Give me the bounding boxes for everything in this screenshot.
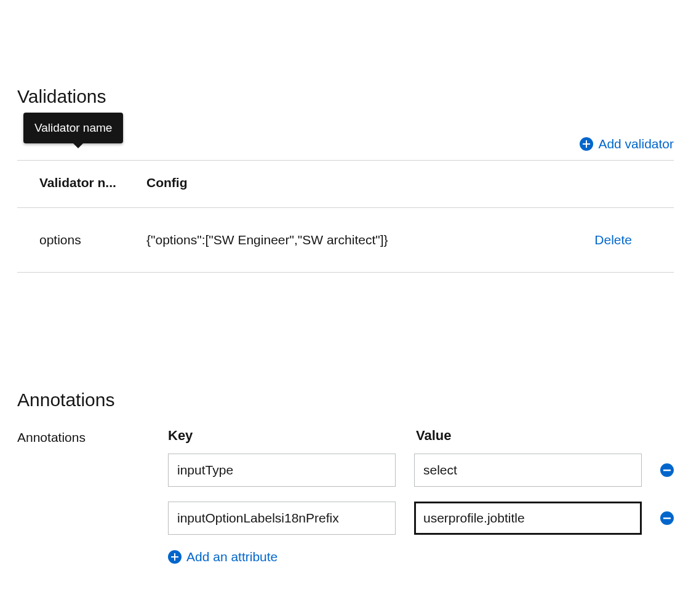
plus-circle-icon bbox=[580, 137, 593, 151]
svg-rect-0 bbox=[663, 470, 671, 471]
validator-name-cell: options bbox=[17, 208, 146, 273]
add-validator-button[interactable]: Add validator bbox=[580, 137, 674, 151]
remove-annotation-button[interactable] bbox=[660, 463, 674, 477]
annotations-key-header: Key bbox=[168, 428, 396, 444]
annotations-value-header: Value bbox=[416, 428, 644, 444]
svg-rect-1 bbox=[663, 518, 671, 519]
annotation-value-input[interactable] bbox=[414, 502, 642, 535]
validator-config-cell: {"options":["SW Engineer","SW architect"… bbox=[146, 208, 563, 273]
annotation-row bbox=[168, 454, 674, 487]
minus-circle-icon bbox=[660, 463, 674, 477]
table-row: options {"options":["SW Engineer","SW ar… bbox=[17, 208, 674, 273]
validators-table: Validator n... Config options {"options"… bbox=[17, 161, 674, 273]
remove-annotation-button[interactable] bbox=[660, 511, 674, 525]
tooltip-text: Validator name bbox=[34, 121, 112, 134]
annotation-key-input[interactable] bbox=[168, 454, 396, 487]
add-attribute-button[interactable]: Add an attribute bbox=[168, 550, 278, 564]
annotations-label: Annotations bbox=[17, 428, 168, 445]
validations-heading: Validations bbox=[17, 86, 674, 107]
annotation-value-input[interactable] bbox=[414, 454, 642, 487]
annotation-key-input[interactable] bbox=[168, 502, 396, 535]
validators-header-name: Validator n... bbox=[17, 161, 146, 208]
validators-header-actions bbox=[563, 161, 674, 208]
annotation-row bbox=[168, 502, 674, 535]
delete-button[interactable]: Delete bbox=[594, 233, 632, 247]
add-validator-label: Add validator bbox=[598, 137, 674, 151]
annotations-heading: Annotations bbox=[17, 390, 674, 410]
validator-name-tooltip: Validator name bbox=[23, 113, 123, 143]
validators-header-config: Config bbox=[146, 161, 563, 208]
minus-circle-icon bbox=[660, 511, 674, 525]
plus-circle-icon bbox=[168, 550, 182, 564]
add-attribute-label: Add an attribute bbox=[186, 550, 278, 564]
